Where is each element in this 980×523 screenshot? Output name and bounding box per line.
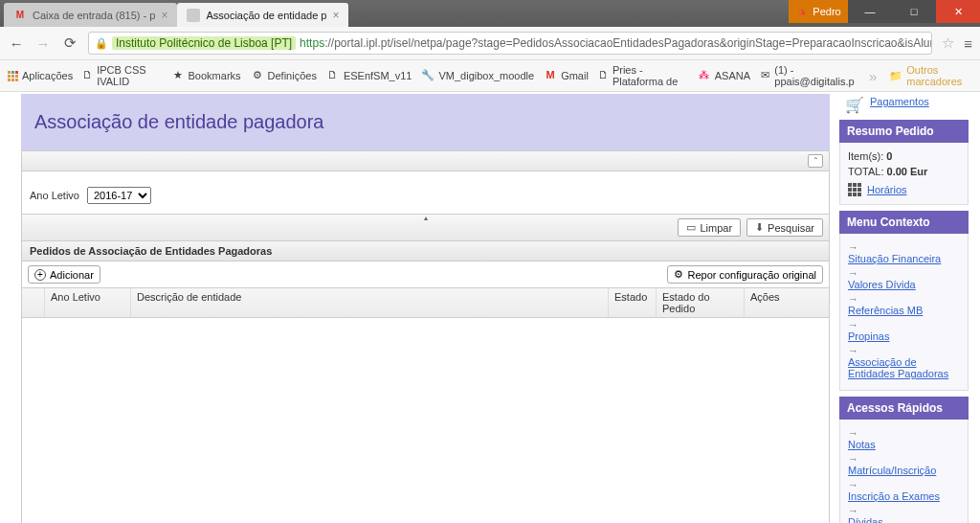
- grid-header-row: Ano Letivo Descrição de entidade Estado …: [21, 287, 830, 318]
- resumo-pedido-body: Item(s): 0 TOTAL: 0.00 Eur Horários: [839, 143, 969, 205]
- situacao-financeira-link[interactable]: Situação Financeira: [848, 253, 960, 264]
- ano-letivo-label: Ano Letivo: [30, 190, 79, 201]
- associacao-entidades-link[interactable]: Associação de Entidades Pagadoras: [848, 356, 960, 379]
- close-icon[interactable]: ×: [332, 9, 339, 22]
- browser-tab-active[interactable]: Associação de entidade p ×: [177, 3, 348, 27]
- total-label: TOTAL:: [848, 166, 884, 177]
- window-close-button[interactable]: ✕: [936, 0, 980, 23]
- folder-icon: 📁: [889, 70, 902, 82]
- grid-body: [21, 318, 830, 523]
- apps-icon: [8, 71, 18, 81]
- asana-icon: ⁂: [698, 69, 711, 82]
- browser-tab-inactive[interactable]: M Caixa de entrada (815) - p ×: [4, 3, 177, 27]
- acessos-rapidos-body: →Notas →Matrícula/Inscrição →Inscrição a…: [839, 420, 969, 523]
- download-icon: ⬇: [755, 221, 764, 234]
- bookmark-item[interactable]: 🗋Pries - Plataforma de: [598, 64, 688, 87]
- grid-header-acoes[interactable]: Ações: [745, 288, 829, 317]
- dividas-link[interactable]: Dívidas: [848, 516, 960, 523]
- pesquisar-button[interactable]: ⬇Pesquisar: [746, 218, 823, 237]
- acessos-rapidos-title: Acessos Rápidos: [839, 397, 969, 420]
- clear-icon: ▭: [686, 221, 696, 234]
- collapse-toggle[interactable]: ⌃: [808, 154, 823, 168]
- inscricao-exames-link[interactable]: Inscrição a Exames: [848, 490, 960, 502]
- ev-cert-badge: Instituto Politécnico de Lisboa [PT]: [112, 36, 296, 50]
- items-label: Item(s):: [848, 150, 883, 162]
- total-value: 0.00 Eur: [887, 166, 928, 177]
- ano-letivo-select[interactable]: 2016-17: [87, 187, 151, 204]
- valores-divida-link[interactable]: Valores Dívida: [848, 279, 960, 290]
- back-button[interactable]: ←: [8, 35, 25, 52]
- page-title: Associação de entidade pagadora: [34, 111, 816, 133]
- grid-toolbar: + Adicionar ⚙ Repor configuração origina…: [21, 262, 830, 287]
- propinas-link[interactable]: Propinas: [848, 330, 960, 342]
- star-icon: ★: [171, 69, 185, 82]
- plus-icon: +: [34, 269, 46, 281]
- address-bar[interactable]: 🔒 Instituto Politécnico de Lisboa [PT] h…: [88, 32, 932, 55]
- url-scheme: https: [300, 36, 324, 50]
- repor-button[interactable]: ⚙ Repor configuração original: [667, 265, 823, 284]
- apps-button[interactable]: Aplicações: [8, 70, 73, 81]
- grid-header-descricao[interactable]: Descrição de entidade: [131, 288, 609, 317]
- user-badge[interactable]: 🔺 Pedro: [789, 0, 848, 23]
- bookmark-item[interactable]: ⚙Definições: [251, 69, 317, 82]
- menu-contexto-title: Menu Contexto: [839, 211, 969, 234]
- bookmark-item[interactable]: ✉(1) - ppais@digitalis.p: [760, 64, 857, 87]
- tab-label: Associação de entidade p: [206, 10, 326, 21]
- gear-icon: ⚙: [674, 268, 683, 281]
- page-icon: 🗋: [326, 69, 340, 82]
- section-title: Pedidos de Associação de Entidades Pagad…: [21, 241, 830, 262]
- grid-header-ano[interactable]: Ano Letivo: [45, 288, 131, 317]
- bookmark-item[interactable]: MGmail: [544, 69, 589, 82]
- filter-actions: ▴ ▭Limpar ⬇Pesquisar: [21, 215, 830, 241]
- mail-icon: ✉: [760, 69, 770, 82]
- maximize-button[interactable]: □: [892, 0, 936, 23]
- bookmark-star-icon[interactable]: ☆: [942, 34, 954, 52]
- reload-button[interactable]: ⟳: [61, 34, 78, 52]
- page-icon: [187, 9, 200, 22]
- adicionar-button[interactable]: + Adicionar: [28, 265, 100, 284]
- referencias-mb-link[interactable]: Referências MB: [848, 305, 960, 316]
- bookmarks-overflow[interactable]: »: [866, 68, 880, 84]
- bookmark-item[interactable]: 🗋ESEnfSM_v11: [326, 69, 412, 82]
- notas-link[interactable]: Notas: [848, 439, 960, 450]
- items-value: 0: [886, 150, 892, 162]
- grid-header-estado[interactable]: Estado: [609, 288, 657, 317]
- gmail-icon: M: [13, 9, 27, 22]
- browser-tab-strip: M Caixa de entrada (815) - p × Associaçã…: [0, 0, 980, 27]
- close-icon[interactable]: ×: [161, 9, 167, 22]
- url-path: ://portal.ipl.pt/isel/netpa/page?stage=P…: [324, 36, 932, 50]
- other-bookmarks[interactable]: 📁 Outros marcadores: [889, 64, 972, 87]
- page-icon: 🗋: [82, 69, 93, 82]
- gmail-icon: M: [544, 69, 557, 82]
- sidebar-top-link: 🛒 Pagamentos: [839, 94, 969, 120]
- lock-icon: 🔒: [95, 37, 108, 50]
- tab-label: Caixa de entrada (815) - p: [33, 10, 155, 21]
- page-icon: 🗋: [598, 69, 609, 82]
- cart-icon: 🛒: [845, 96, 864, 114]
- pagamentos-link[interactable]: Pagamentos: [870, 96, 929, 107]
- calendar-icon: [848, 183, 861, 196]
- bookmark-item[interactable]: 🗋IPCB CSS IVALID: [82, 64, 161, 87]
- drag-handle-icon[interactable]: ▴: [424, 214, 428, 222]
- bookmark-item[interactable]: ⁂ASANA: [698, 69, 750, 82]
- forward-button[interactable]: →: [34, 35, 52, 52]
- page-title-bar: Associação de entidade pagadora: [21, 94, 830, 150]
- menu-contexto-body: →Situação Financeira →Valores Dívida →Re…: [839, 234, 969, 391]
- filter-panel: Ano Letivo 2016-17: [21, 171, 830, 215]
- grid-header-checkbox[interactable]: [22, 288, 45, 317]
- chrome-menu-icon[interactable]: ≡: [964, 35, 972, 52]
- bookmark-item[interactable]: ★Bookmarks: [171, 69, 241, 82]
- gear-icon: ⚙: [251, 69, 264, 82]
- grid-header-estado-pedido[interactable]: Estado do Pedido: [657, 288, 745, 317]
- matricula-link[interactable]: Matrícula/Inscrição: [848, 465, 960, 476]
- resumo-pedido-title: Resumo Pedido: [839, 120, 969, 143]
- minimize-button[interactable]: —: [848, 0, 892, 23]
- horarios-link[interactable]: Horários: [867, 184, 907, 195]
- bookmarks-bar: Aplicações 🗋IPCB CSS IVALID ★Bookmarks ⚙…: [0, 60, 980, 92]
- bookmark-item[interactable]: 🔧VM_digibox_moodle: [421, 69, 534, 82]
- page-icon: 🔧: [421, 69, 434, 82]
- limpar-button[interactable]: ▭Limpar: [678, 218, 741, 237]
- filter-panel-header: ⌃: [21, 150, 830, 171]
